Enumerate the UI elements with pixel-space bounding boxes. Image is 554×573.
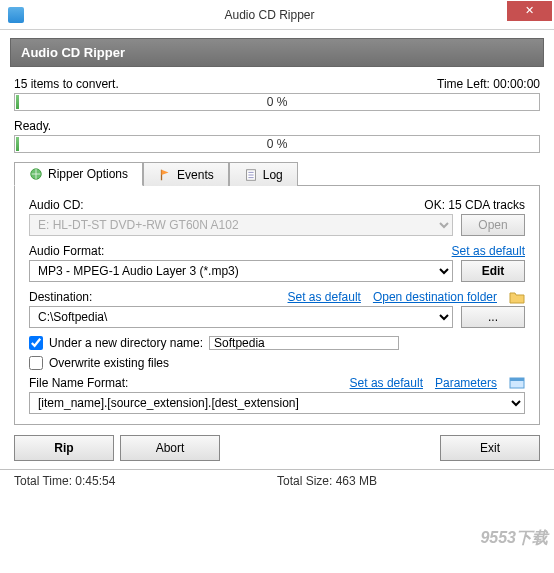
overwrite-label: Overwrite existing files — [49, 356, 169, 370]
action-buttons: Rip Abort Exit — [0, 425, 554, 469]
parameters-icon — [509, 376, 525, 390]
tab-events[interactable]: Events — [143, 162, 229, 186]
total-progress-text: 0 % — [15, 95, 539, 109]
new-directory-label: Under a new directory name: — [49, 336, 203, 350]
close-button[interactable]: ✕ — [507, 1, 552, 21]
open-button[interactable]: Open — [461, 214, 525, 236]
tab-panel-ripper: Audio CD: OK: 15 CDA tracks E: HL-DT-ST … — [14, 186, 540, 425]
total-progress-bar: 0 % — [14, 93, 540, 111]
browse-button[interactable]: ... — [461, 306, 525, 328]
dest-set-default-link[interactable]: Set as default — [288, 290, 361, 304]
parameters-link[interactable]: Parameters — [435, 376, 497, 390]
window-title: Audio CD Ripper — [32, 8, 507, 22]
rip-button[interactable]: Rip — [14, 435, 114, 461]
exit-button[interactable]: Exit — [440, 435, 540, 461]
tab-strip: Ripper Options Events Log — [14, 161, 540, 186]
destination-label: Destination: — [29, 290, 92, 304]
tab-log[interactable]: Log — [229, 162, 298, 186]
edit-button[interactable]: Edit — [461, 260, 525, 282]
time-left: Time Left: 00:00:00 — [437, 77, 540, 91]
open-destination-link[interactable]: Open destination folder — [373, 290, 497, 304]
destination-select[interactable]: C:\Softpedia\ — [29, 306, 453, 328]
flag-icon — [158, 168, 172, 182]
new-directory-checkbox[interactable] — [29, 336, 43, 350]
svg-rect-6 — [510, 378, 524, 381]
filename-set-default-link[interactable]: Set as default — [350, 376, 423, 390]
item-progress-bar: 0 % — [14, 135, 540, 153]
total-time: Total Time: 0:45:54 — [14, 474, 277, 488]
status-bar: Total Time: 0:45:54 Total Size: 463 MB — [0, 469, 554, 492]
filename-format-select[interactable]: [item_name].[source_extension].[dest_ext… — [29, 392, 525, 414]
ready-label: Ready. — [14, 119, 51, 133]
titlebar: Audio CD Ripper ✕ — [0, 0, 554, 30]
audio-cd-label: Audio CD: — [29, 198, 84, 212]
tab-ripper-options[interactable]: Ripper Options — [14, 162, 143, 186]
audio-format-label: Audio Format: — [29, 244, 104, 258]
filename-format-label: File Name Format: — [29, 376, 128, 390]
overwrite-checkbox[interactable] — [29, 356, 43, 370]
new-directory-input[interactable] — [209, 336, 399, 350]
abort-button[interactable]: Abort — [120, 435, 220, 461]
app-icon — [8, 7, 24, 23]
folder-icon — [509, 290, 525, 304]
watermark: 9553下载 — [480, 528, 548, 549]
total-size: Total Size: 463 MB — [277, 474, 540, 488]
items-to-convert: 15 items to convert. — [14, 77, 119, 91]
format-set-default-link[interactable]: Set as default — [452, 244, 525, 258]
globe-icon — [29, 167, 43, 181]
item-progress-text: 0 % — [15, 137, 539, 151]
audio-cd-status: OK: 15 CDA tracks — [424, 198, 525, 212]
banner-title: Audio CD Ripper — [10, 38, 544, 67]
log-icon — [244, 168, 258, 182]
audio-format-select[interactable]: MP3 - MPEG-1 Audio Layer 3 (*.mp3) — [29, 260, 453, 282]
audio-cd-select[interactable]: E: HL-DT-ST DVD+-RW GT60N A102 — [29, 214, 453, 236]
